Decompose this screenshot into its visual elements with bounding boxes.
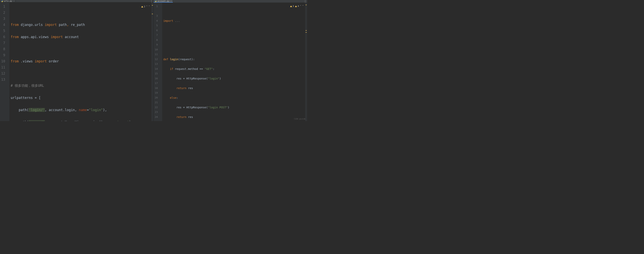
editor-body-right: 1 3456789101112131415161718192021222324 … [154,3,307,121]
marker-strip-left [152,2,153,121]
warning-icon [290,6,292,7]
close-icon[interactable]: × [13,0,14,2]
python-file-icon [155,0,157,2]
inspections-left: 2 ˄ ˅ [141,4,150,10]
warning-badge[interactable]: 3 [290,4,294,9]
nav-down-icon[interactable]: ˅ [149,4,150,10]
inspections-right: 3 4 ˄ ˅ [290,4,304,9]
fold-column-right [160,3,162,121]
tab-label: urls.py [4,0,12,2]
nav-up-icon[interactable]: ˄ [146,4,148,10]
close-icon[interactable]: × [170,0,172,2]
tab-bar-right: account.py × ⋮ [154,0,307,3]
nav-down-icon[interactable]: ˅ [302,4,304,9]
tab-menu-icon[interactable]: ⋮ [304,0,306,3]
nav-up-icon[interactable]: ˄ [300,4,301,9]
tab-urls-py[interactable]: urls.py × [0,0,16,2]
warning-icon [295,6,297,7]
watermark: CSDN @白向枫 [294,118,306,120]
fold-column-left [7,2,10,121]
warning-icon [141,6,143,8]
code-area-right[interactable]: 3 4 ˄ ˅ import ... def login(request): i… [162,3,305,121]
tab-label: account.py [158,0,169,2]
editor-pane-left: urls.py × ⋮ 12345678910111213 2 ˄ ˅ from… [0,0,154,121]
editor-pane-right: account.py × ⋮ 1 34567891011121314151617… [154,0,307,121]
gutter-left: 12345678910111213 [0,2,7,121]
gutter-right: 1 3456789101112131415161718192021222324 [154,3,160,121]
editor-body-left: 12345678910111213 2 ˄ ˅ from django.urls… [0,2,153,121]
code-area-left[interactable]: 2 ˄ ˅ from django.urls import path, re_p… [10,2,152,121]
python-file-icon [1,0,3,2]
warning-badge-2[interactable]: 4 [295,4,299,9]
tab-account-py[interactable]: account.py × [154,0,173,3]
tab-bar-left: urls.py × ⋮ [0,0,153,2]
marker-strip-right [305,3,307,121]
warning-badge[interactable]: 2 [141,4,145,10]
tab-menu-icon[interactable]: ⋮ [150,0,152,3]
